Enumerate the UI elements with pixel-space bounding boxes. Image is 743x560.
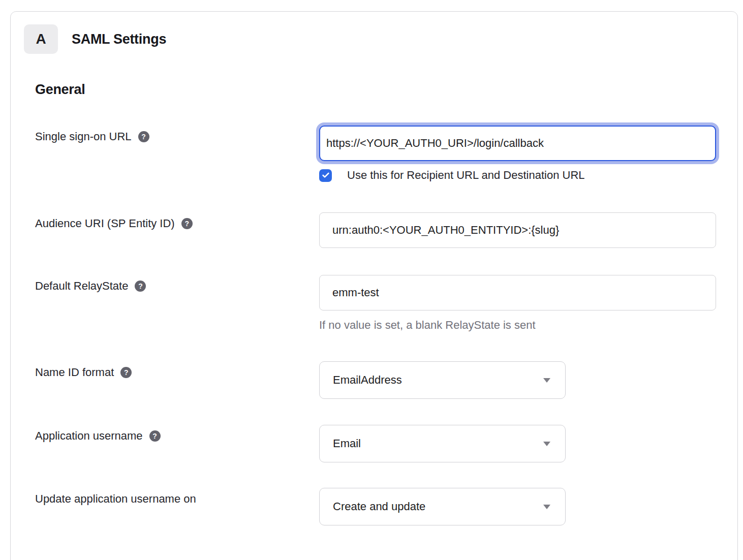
recipient-url-checkbox[interactable] <box>319 169 332 182</box>
form-row-audience-uri: Audience URI (SP Entity ID) ? <box>35 212 737 248</box>
relay-state-helper-text: If no value is set, a blank RelayState i… <box>319 318 719 332</box>
recipient-url-checkbox-label: Use this for Recipient URL and Destinati… <box>347 168 585 182</box>
relay-state-control: If no value is set, a blank RelayState i… <box>319 275 719 332</box>
audience-uri-input[interactable] <box>319 212 716 248</box>
relay-state-label-group: Default RelayState ? <box>35 275 319 332</box>
name-id-format-select[interactable]: EmailAddress <box>319 361 566 399</box>
name-id-format-label-group: Name ID format ? <box>35 361 319 399</box>
sso-url-help-icon[interactable]: ? <box>138 131 149 142</box>
relay-state-label: Default RelayState <box>35 279 128 293</box>
update-app-username-selected-value: Create and update <box>333 500 425 513</box>
card-header: A SAML Settings <box>11 12 737 54</box>
form-row-app-username: Application username ? Email <box>35 425 737 462</box>
sso-url-label: Single sign-on URL <box>35 130 132 144</box>
app-username-control: Email <box>319 425 719 462</box>
recipient-url-checkbox-row: Use this for Recipient URL and Destinati… <box>319 168 719 182</box>
name-id-format-help-icon[interactable]: ? <box>120 367 132 378</box>
form-row-name-id-format: Name ID format ? EmailAddress <box>35 361 737 399</box>
form-row-update-app-username: Update application username on Create an… <box>35 488 737 525</box>
app-username-selected-value: Email <box>333 437 361 450</box>
app-username-select[interactable]: Email <box>319 425 566 462</box>
audience-uri-control <box>319 212 719 248</box>
form-row-sso-url: Single sign-on URL ? Use this for Recipi… <box>35 126 737 182</box>
audience-uri-label: Audience URI (SP Entity ID) <box>35 216 175 231</box>
update-app-username-label: Update application username on <box>35 492 196 506</box>
relay-state-help-icon[interactable]: ? <box>135 281 146 292</box>
name-id-format-selected-value: EmailAddress <box>333 374 402 387</box>
sso-url-control: Use this for Recipient URL and Destinati… <box>319 126 719 182</box>
saml-settings-card: A SAML Settings General Single sign-on U… <box>10 11 738 560</box>
audience-uri-help-icon[interactable]: ? <box>181 218 193 229</box>
update-app-username-label-group: Update application username on <box>35 488 319 525</box>
chevron-down-icon <box>543 442 550 446</box>
app-username-help-icon[interactable]: ? <box>149 430 161 442</box>
audience-uri-label-group: Audience URI (SP Entity ID) ? <box>35 212 319 248</box>
sso-url-label-group: Single sign-on URL ? <box>35 126 319 182</box>
page-title: SAML Settings <box>72 32 166 47</box>
chevron-down-icon <box>543 505 550 509</box>
update-app-username-control: Create and update <box>319 488 719 525</box>
app-username-label-group: Application username ? <box>35 425 319 462</box>
update-app-username-select[interactable]: Create and update <box>319 488 566 525</box>
name-id-format-control: EmailAddress <box>319 361 719 399</box>
checkmark-icon <box>322 171 330 179</box>
name-id-format-label: Name ID format <box>35 365 114 380</box>
section-title-general: General <box>35 82 737 98</box>
form-row-relay-state: Default RelayState ? If no value is set,… <box>35 275 737 332</box>
chevron-down-icon <box>543 378 550 383</box>
sso-url-input[interactable] <box>319 126 716 161</box>
relay-state-input[interactable] <box>319 275 716 310</box>
step-badge: A <box>24 24 58 54</box>
app-username-label: Application username <box>35 429 143 443</box>
